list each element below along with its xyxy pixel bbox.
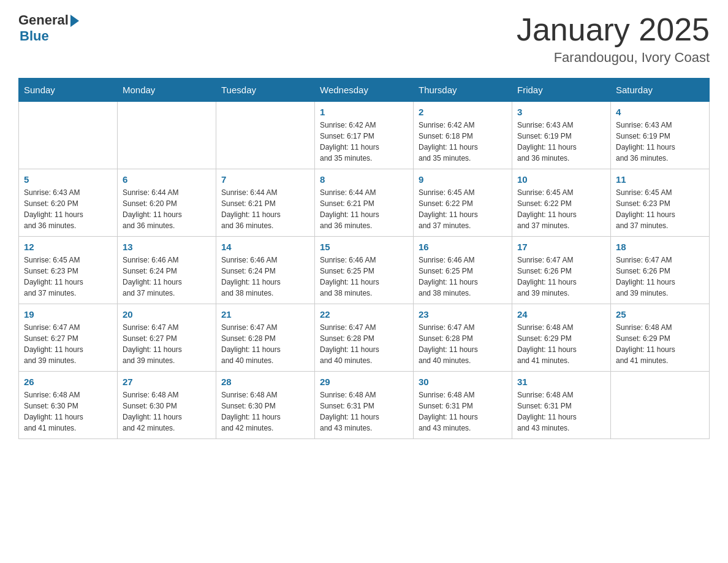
- day-number: 20: [123, 309, 211, 320]
- calendar-cell: 17Sunrise: 6:47 AM Sunset: 6:26 PM Dayli…: [512, 237, 611, 304]
- calendar-cell: 7Sunrise: 6:44 AM Sunset: 6:21 PM Daylig…: [216, 169, 315, 237]
- day-info: Sunrise: 6:47 AM Sunset: 6:26 PM Dayligh…: [517, 255, 605, 299]
- day-number: 6: [123, 174, 211, 185]
- month-title: January 2025: [517, 12, 710, 47]
- calendar-cell: 4Sunrise: 6:43 AM Sunset: 6:19 PM Daylig…: [611, 102, 710, 169]
- day-header-saturday: Saturday: [611, 79, 710, 102]
- day-number: 1: [320, 107, 408, 117]
- day-info: Sunrise: 6:48 AM Sunset: 6:29 PM Dayligh…: [616, 322, 704, 366]
- calendar-cell: 3Sunrise: 6:43 AM Sunset: 6:19 PM Daylig…: [512, 102, 611, 169]
- day-header-tuesday: Tuesday: [216, 79, 315, 102]
- day-info: Sunrise: 6:47 AM Sunset: 6:27 PM Dayligh…: [123, 322, 211, 366]
- calendar-cell: 30Sunrise: 6:48 AM Sunset: 6:31 PM Dayli…: [414, 372, 512, 439]
- calendar-cell: 25Sunrise: 6:48 AM Sunset: 6:29 PM Dayli…: [611, 304, 710, 372]
- day-number: 14: [221, 242, 309, 252]
- calendar-cell: [216, 102, 315, 169]
- day-number: 9: [419, 174, 507, 185]
- day-info: Sunrise: 6:47 AM Sunset: 6:28 PM Dayligh…: [221, 322, 309, 366]
- calendar-cell: 5Sunrise: 6:43 AM Sunset: 6:20 PM Daylig…: [19, 169, 118, 237]
- day-info: Sunrise: 6:42 AM Sunset: 6:18 PM Dayligh…: [419, 120, 507, 164]
- day-info: Sunrise: 6:46 AM Sunset: 6:25 PM Dayligh…: [419, 255, 507, 299]
- day-number: 11: [616, 174, 704, 185]
- day-number: 7: [221, 174, 309, 185]
- day-header-monday: Monday: [118, 79, 216, 102]
- day-info: Sunrise: 6:48 AM Sunset: 6:30 PM Dayligh…: [221, 389, 309, 434]
- calendar-cell: 22Sunrise: 6:47 AM Sunset: 6:28 PM Dayli…: [315, 304, 414, 372]
- calendar-cell: 14Sunrise: 6:46 AM Sunset: 6:24 PM Dayli…: [216, 237, 315, 304]
- day-info: Sunrise: 6:44 AM Sunset: 6:21 PM Dayligh…: [320, 187, 408, 231]
- day-number: 5: [24, 174, 112, 185]
- calendar-cell: 24Sunrise: 6:48 AM Sunset: 6:29 PM Dayli…: [512, 304, 611, 372]
- calendar-cell: 27Sunrise: 6:48 AM Sunset: 6:30 PM Dayli…: [118, 372, 216, 439]
- day-info: Sunrise: 6:47 AM Sunset: 6:26 PM Dayligh…: [616, 255, 704, 299]
- day-info: Sunrise: 6:48 AM Sunset: 6:31 PM Dayligh…: [320, 389, 408, 434]
- calendar-week-row: 1Sunrise: 6:42 AM Sunset: 6:17 PM Daylig…: [19, 102, 710, 169]
- page-header: General Blue January 2025 Farandougou, I…: [18, 12, 710, 66]
- day-number: 4: [616, 107, 704, 117]
- day-info: Sunrise: 6:43 AM Sunset: 6:19 PM Dayligh…: [517, 120, 605, 164]
- day-number: 21: [221, 309, 309, 320]
- calendar-cell: 26Sunrise: 6:48 AM Sunset: 6:30 PM Dayli…: [19, 372, 118, 439]
- day-info: Sunrise: 6:45 AM Sunset: 6:23 PM Dayligh…: [24, 255, 112, 299]
- calendar-cell: 13Sunrise: 6:46 AM Sunset: 6:24 PM Dayli…: [118, 237, 216, 304]
- day-info: Sunrise: 6:43 AM Sunset: 6:20 PM Dayligh…: [24, 187, 112, 231]
- calendar-cell: 31Sunrise: 6:48 AM Sunset: 6:31 PM Dayli…: [512, 372, 611, 439]
- day-info: Sunrise: 6:48 AM Sunset: 6:31 PM Dayligh…: [517, 389, 605, 434]
- day-number: 22: [320, 309, 408, 320]
- day-info: Sunrise: 6:46 AM Sunset: 6:25 PM Dayligh…: [320, 255, 408, 299]
- day-header-wednesday: Wednesday: [315, 79, 414, 102]
- day-number: 19: [24, 309, 112, 320]
- day-header-sunday: Sunday: [19, 79, 118, 102]
- calendar-cell: 8Sunrise: 6:44 AM Sunset: 6:21 PM Daylig…: [315, 169, 414, 237]
- day-info: Sunrise: 6:47 AM Sunset: 6:28 PM Dayligh…: [320, 322, 408, 366]
- day-number: 28: [221, 377, 309, 387]
- calendar-cell: 16Sunrise: 6:46 AM Sunset: 6:25 PM Dayli…: [414, 237, 512, 304]
- calendar-cell: [19, 102, 118, 169]
- calendar-cell: 12Sunrise: 6:45 AM Sunset: 6:23 PM Dayli…: [19, 237, 118, 304]
- day-info: Sunrise: 6:48 AM Sunset: 6:30 PM Dayligh…: [123, 389, 211, 434]
- day-number: 30: [419, 377, 507, 387]
- calendar-week-row: 19Sunrise: 6:47 AM Sunset: 6:27 PM Dayli…: [19, 304, 710, 372]
- day-number: 8: [320, 174, 408, 185]
- day-number: 24: [517, 309, 605, 320]
- day-info: Sunrise: 6:46 AM Sunset: 6:24 PM Dayligh…: [221, 255, 309, 299]
- day-number: 10: [517, 174, 605, 185]
- day-info: Sunrise: 6:48 AM Sunset: 6:30 PM Dayligh…: [24, 389, 112, 434]
- day-number: 13: [123, 242, 211, 252]
- day-header-friday: Friday: [512, 79, 611, 102]
- calendar-cell: [118, 102, 216, 169]
- day-info: Sunrise: 6:48 AM Sunset: 6:31 PM Dayligh…: [419, 389, 507, 434]
- days-header-row: SundayMondayTuesdayWednesdayThursdayFrid…: [19, 79, 710, 102]
- calendar-cell: 10Sunrise: 6:45 AM Sunset: 6:22 PM Dayli…: [512, 169, 611, 237]
- day-number: 16: [419, 242, 507, 252]
- logo-arrow-icon: [70, 15, 79, 27]
- day-info: Sunrise: 6:47 AM Sunset: 6:27 PM Dayligh…: [24, 322, 112, 366]
- day-number: 2: [419, 107, 507, 117]
- day-info: Sunrise: 6:47 AM Sunset: 6:28 PM Dayligh…: [419, 322, 507, 366]
- calendar-cell: 15Sunrise: 6:46 AM Sunset: 6:25 PM Dayli…: [315, 237, 414, 304]
- calendar-cell: 6Sunrise: 6:44 AM Sunset: 6:20 PM Daylig…: [118, 169, 216, 237]
- day-number: 17: [517, 242, 605, 252]
- day-info: Sunrise: 6:45 AM Sunset: 6:22 PM Dayligh…: [517, 187, 605, 231]
- day-info: Sunrise: 6:48 AM Sunset: 6:29 PM Dayligh…: [517, 322, 605, 366]
- calendar-cell: 11Sunrise: 6:45 AM Sunset: 6:23 PM Dayli…: [611, 169, 710, 237]
- calendar-cell: 1Sunrise: 6:42 AM Sunset: 6:17 PM Daylig…: [315, 102, 414, 169]
- day-number: 31: [517, 377, 605, 387]
- calendar-table: SundayMondayTuesdayWednesdayThursdayFrid…: [18, 78, 710, 439]
- day-info: Sunrise: 6:45 AM Sunset: 6:22 PM Dayligh…: [419, 187, 507, 231]
- title-section: January 2025 Farandougou, Ivory Coast: [517, 12, 710, 66]
- calendar-week-row: 26Sunrise: 6:48 AM Sunset: 6:30 PM Dayli…: [19, 372, 710, 439]
- logo-general-text: General: [18, 12, 69, 28]
- calendar-cell: 29Sunrise: 6:48 AM Sunset: 6:31 PM Dayli…: [315, 372, 414, 439]
- calendar-cell: 18Sunrise: 6:47 AM Sunset: 6:26 PM Dayli…: [611, 237, 710, 304]
- calendar-cell: 20Sunrise: 6:47 AM Sunset: 6:27 PM Dayli…: [118, 304, 216, 372]
- day-number: 27: [123, 377, 211, 387]
- day-number: 15: [320, 242, 408, 252]
- day-number: 18: [616, 242, 704, 252]
- day-info: Sunrise: 6:45 AM Sunset: 6:23 PM Dayligh…: [616, 187, 704, 231]
- day-info: Sunrise: 6:43 AM Sunset: 6:19 PM Dayligh…: [616, 120, 704, 164]
- day-info: Sunrise: 6:44 AM Sunset: 6:21 PM Dayligh…: [221, 187, 309, 231]
- calendar-week-row: 5Sunrise: 6:43 AM Sunset: 6:20 PM Daylig…: [19, 169, 710, 237]
- calendar-cell: 28Sunrise: 6:48 AM Sunset: 6:30 PM Dayli…: [216, 372, 315, 439]
- day-number: 29: [320, 377, 408, 387]
